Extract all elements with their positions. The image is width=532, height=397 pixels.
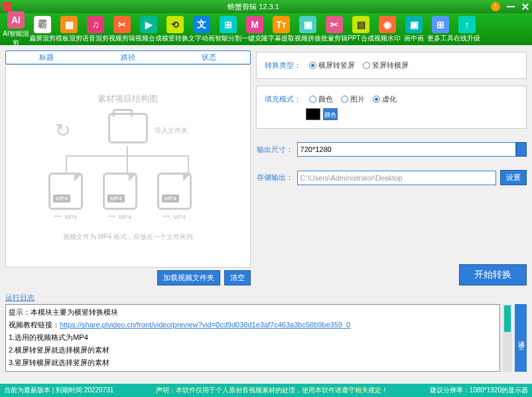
toolbar-label: 更多工具 [427, 34, 454, 43]
fill-mode-box: 填充模式： 颜色 图片 虚化 颜色 [256, 86, 527, 129]
toolbar-item-8[interactable]: ⊞智能分割 [215, 16, 241, 43]
clear-log-button[interactable]: 清空 [515, 304, 527, 372]
radio-fill-blur[interactable]: 虚化 [373, 94, 397, 104]
tutorial-link[interactable]: https://share.plvideo.cn/front/video/pre… [60, 321, 350, 329]
toolbar-item-14[interactable]: ◉视频水印 [374, 16, 401, 43]
toolbar-label: 批量剪辑 [321, 34, 348, 43]
toolbar-icon: ▤ [352, 16, 369, 33]
toolbar-label: 视频剪辑 [109, 34, 135, 43]
output-size-select[interactable] [297, 142, 516, 157]
toolbar-icon: AI [7, 11, 25, 29]
toolbar-item-16[interactable]: ⊞更多工具 [427, 16, 454, 43]
version-info: 当前为最新版本 | 到期时间:20220731 [4, 386, 113, 395]
toolbar-icon: M [246, 16, 263, 33]
toolbar-icon: ▦ [60, 16, 78, 33]
main-toolbar: AIAI智能混剪霸扁屏混剪▦模板混剪♫语音混剪✂视频剪辑▶视频合成⟲横竖转换文文… [0, 13, 532, 45]
structure-diagram: 素材项目结构图 ↻ 导入文件夹 MP4 MP4 MP4 ***. MP4 ***… [42, 93, 214, 239]
toolbar-item-15[interactable]: ▣画中画 [401, 16, 427, 43]
toolbar-label: 一键克隆 [241, 34, 268, 43]
toolbar-icon: 霸 [34, 16, 51, 33]
start-convert-button[interactable]: 开始转换 [459, 264, 527, 285]
fill-mode-label: 填充模式： [265, 94, 301, 104]
radio-fill-color[interactable]: 颜色 [309, 94, 333, 104]
toolbar-item-1[interactable]: 霸扁屏混剪 [29, 16, 56, 43]
log-label[interactable]: 运行日志 [5, 293, 34, 303]
file-list-header: 标题 路径 状态 [5, 50, 251, 64]
toolbar-item-0[interactable]: AIAI智能混剪 [3, 11, 29, 48]
toolbar-icon: ⟲ [166, 16, 184, 33]
toolbar-item-9[interactable]: M一键克隆 [241, 16, 268, 43]
minimize-button[interactable] [507, 6, 515, 7]
toolbar-label: 文字动画 [188, 34, 215, 43]
color-swatch-black[interactable] [306, 108, 320, 120]
clear-button[interactable]: 清空 [224, 270, 251, 285]
toolbar-item-11[interactable]: ▣视频拼接 [295, 16, 321, 43]
toolbar-item-3[interactable]: ♫语音混剪 [82, 16, 109, 43]
log-scrollbar[interactable] [503, 304, 512, 372]
toolbar-label: 横竖转换 [162, 34, 188, 43]
file-icon: MP4 [103, 173, 137, 210]
settings-button[interactable]: 设置 [500, 170, 527, 185]
toolbar-item-2[interactable]: ▦模板混剪 [56, 16, 82, 43]
toolbar-icon: ▣ [405, 16, 423, 33]
app-icon [3, 2, 12, 11]
toolbar-icon: ♫ [87, 16, 104, 33]
toolbar-label: 在线升级 [454, 34, 480, 43]
toolbar-item-13[interactable]: ▤PPT合成 [348, 16, 374, 43]
toolbar-label: 智能分割 [215, 34, 241, 43]
toolbar-icon: ▣ [299, 16, 316, 33]
folder-icon [108, 113, 148, 143]
toolbar-icon: ▶ [140, 16, 157, 33]
toolbar-label: 字幕提取 [268, 34, 295, 43]
toolbar-label: AI智能混剪 [3, 29, 29, 48]
col-path: 路径 [88, 51, 169, 64]
toolbar-label: 视频合成 [135, 34, 162, 43]
toolbar-label: 语音混剪 [82, 34, 109, 43]
toolbar-icon: ↑ [458, 16, 476, 33]
toolbar-icon: ⊞ [220, 16, 237, 33]
toolbar-icon: 文 [193, 16, 210, 33]
toolbar-icon: ✂ [326, 16, 343, 33]
output-path-label: 存储输出： [256, 173, 293, 183]
radio-h2v[interactable]: 横屏转竖屏 [309, 60, 355, 70]
notification-badge[interactable]: ! [491, 2, 500, 11]
arrow-icon: ↻ [55, 119, 70, 141]
file-icon: MP4 [157, 173, 192, 210]
file-icon: MP4 [48, 173, 83, 210]
toolbar-item-7[interactable]: 文文字动画 [188, 16, 215, 43]
convert-type-label: 转换类型： [265, 60, 301, 70]
color-picker-button[interactable]: 颜色 [323, 108, 338, 120]
toolbar-icon: ◉ [379, 16, 396, 33]
log-textarea[interactable]: 提示：本模块主要为横竖转换模块 视频教程链接：https://share.plv… [5, 304, 500, 372]
toolbar-icon: ✂ [113, 16, 131, 33]
toolbar-label: 扁屏混剪 [29, 34, 56, 43]
radio-fill-image[interactable]: 图片 [341, 94, 365, 104]
toolbar-item-17[interactable]: ↑在线升级 [454, 16, 480, 43]
load-folder-button[interactable]: 加载视频文件夹 [157, 270, 220, 285]
output-size-label: 输出尺寸： [256, 145, 293, 155]
col-title: 标题 [6, 51, 88, 64]
toolbar-item-4[interactable]: ✂视频剪辑 [109, 16, 135, 43]
toolbar-item-6[interactable]: ⟲横竖转换 [162, 16, 188, 43]
toolbar-label: PPT合成 [348, 34, 374, 43]
app-title: 螃蟹剪辑 12.3.1 [16, 2, 491, 12]
output-path-input[interactable] [297, 171, 496, 185]
close-button[interactable] [522, 3, 529, 10]
resolution-hint: 建议分辨率：1080*1920的显示器 [430, 386, 528, 395]
status-bar: 当前为最新版本 | 到期时间:20220731 声明：本软件仅用于个人原创音视频… [0, 384, 532, 397]
toolbar-item-12[interactable]: ✂批量剪辑 [321, 16, 348, 43]
col-status: 状态 [168, 51, 250, 64]
toolbar-label: 画中画 [401, 34, 427, 43]
toolbar-item-10[interactable]: Tт字幕提取 [268, 16, 295, 43]
toolbar-label: 模板混剪 [56, 34, 82, 43]
toolbar-label: 视频水印 [374, 34, 401, 43]
file-list-area[interactable]: 素材项目结构图 ↻ 导入文件夹 MP4 MP4 MP4 ***. MP4 ***… [5, 64, 251, 268]
toolbar-icon: ⊞ [432, 16, 449, 33]
title-bar: 螃蟹剪辑 12.3.1 ! [0, 0, 532, 13]
convert-type-box: 转换类型： 横屏转竖屏 竖屏转横屏 [256, 52, 527, 79]
toolbar-item-5[interactable]: ▶视频合成 [135, 16, 162, 43]
dropdown-icon[interactable] [516, 142, 527, 157]
radio-v2h[interactable]: 竖屏转横屏 [363, 60, 409, 70]
toolbar-icon: Tт [273, 16, 290, 33]
disclaimer: 声明：本软件仅用于个人原创音视频素材的处理，使用本软件请遵守相关规定！ [113, 386, 429, 395]
